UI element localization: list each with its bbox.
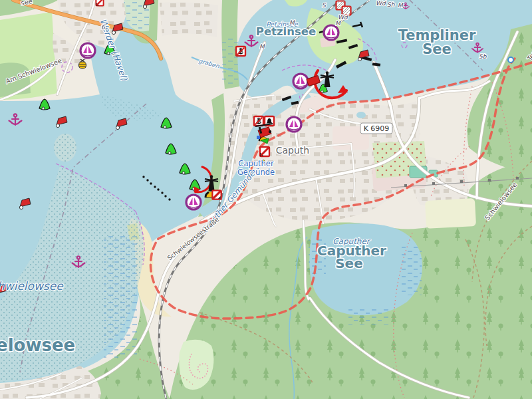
svg-text:5b: 5b: [479, 53, 487, 60]
red-diagonal-sign-icon[interactable]: [212, 190, 221, 199]
label-petzinsee: Petzinsee: [256, 25, 316, 38]
no-entry-sign-icon[interactable]: [260, 147, 269, 156]
label-schwielowsee-big: elowsee: [0, 335, 75, 355]
svg-text:M: M: [398, 2, 404, 9]
map-viewport[interactable]: Templiner See Petzinsee Petzinsee Caputh…: [0, 0, 532, 399]
svg-text:Wd: Wd: [376, 0, 386, 7]
label-caputh: Caputh: [276, 145, 309, 156]
label-caputher-see-2: See: [335, 255, 363, 271]
label-gemuende-1: Caputher: [238, 159, 274, 168]
marina-icon[interactable]: [293, 74, 308, 88]
road-ref-text: K 6909: [364, 124, 390, 133]
marina-icon[interactable]: [80, 43, 95, 58]
svg-text:Sh: Sh: [387, 1, 395, 8]
svg-text:M: M: [335, 20, 341, 27]
svg-text:M: M: [259, 43, 265, 50]
label-schwielowsee-water: hwielowsee: [0, 279, 64, 293]
marina-icon[interactable]: [186, 195, 201, 209]
no-anchoring-sign-icon[interactable]: [254, 116, 263, 126]
road-ref-badge: K 6909: [360, 123, 392, 134]
no-anchoring-sign-icon[interactable]: [236, 47, 245, 56]
small-sign-icon[interactable]: [96, 0, 103, 6]
map-canvas[interactable]: Templiner See Petzinsee Petzinsee Caputh…: [0, 0, 532, 399]
label-templiner-see-2: See: [422, 41, 452, 57]
marina-icon[interactable]: [324, 25, 338, 40]
svg-text:M: M: [289, 19, 295, 26]
marina-icon[interactable]: [287, 117, 301, 132]
spring-point-icon[interactable]: [508, 57, 513, 63]
